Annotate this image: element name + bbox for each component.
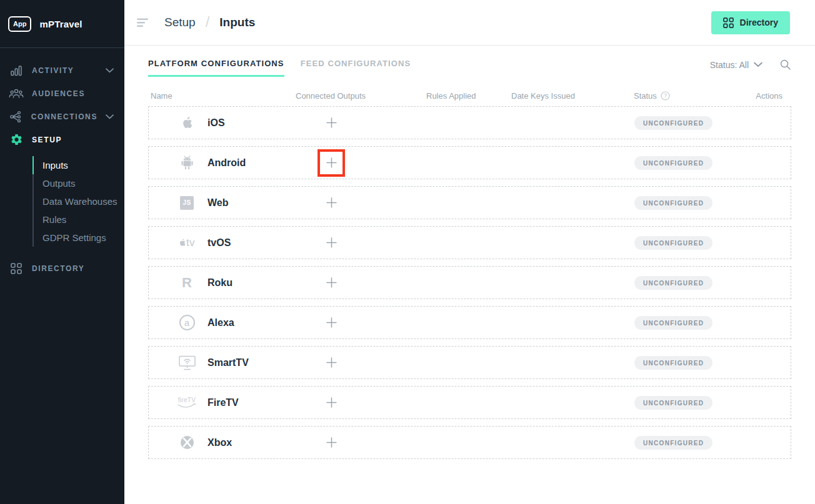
alexa-icon: a: [176, 315, 198, 330]
table-row-tvos[interactable]: tv tvOS UNCONFIGURED: [148, 226, 791, 259]
add-output-button[interactable]: [318, 309, 345, 337]
help-circle-icon[interactable]: ?: [661, 91, 670, 101]
status-badge: UNCONFIGURED: [634, 276, 712, 290]
sidebar-item-directory[interactable]: DIRECTORY: [0, 257, 124, 280]
sidebar-item-activity[interactable]: ACTIVITY: [0, 59, 124, 82]
table-row-ios[interactable]: iOS UNCONFIGURED: [148, 106, 791, 139]
table-row-android[interactable]: Android UNCONFIGURED: [148, 146, 791, 179]
search-icon[interactable]: [779, 59, 791, 71]
sidebar-item-connections[interactable]: CONNECTIONS: [0, 105, 124, 128]
tvos-icon: tv: [176, 237, 198, 249]
platform-name: Roku: [208, 277, 232, 289]
connections-icon: [9, 111, 23, 123]
sidebar-item-label: AUDIENCES: [32, 89, 85, 98]
status-badge: UNCONFIGURED: [634, 236, 712, 250]
table-row-smarttv[interactable]: SmartTV UNCONFIGURED: [148, 346, 791, 379]
breadcrumb: Setup / Inputs: [164, 14, 255, 31]
sidebar-item-rules[interactable]: Rules: [34, 210, 124, 229]
platform-name: iOS: [208, 117, 225, 129]
column-header-status-label: Status: [634, 91, 657, 101]
app-logo-badge: App: [8, 16, 31, 32]
status-badge: UNCONFIGURED: [634, 396, 712, 410]
sidebar-item-label: CONNECTIONS: [31, 112, 98, 121]
directory-button-label: Directory: [740, 17, 778, 27]
column-header-date-keys-issued: Date Keys Issued: [511, 91, 634, 101]
column-header-name: Name: [148, 91, 296, 101]
status-badge: UNCONFIGURED: [634, 196, 712, 210]
column-header-rules-applied: Rules Applied: [426, 91, 511, 101]
js-icon: JS: [176, 196, 198, 210]
platform-name: Xbox: [208, 437, 232, 448]
sidebar-item-label: ACTIVITY: [32, 66, 74, 75]
firetv-icon: fireTV: [176, 397, 198, 408]
table-row-firetv[interactable]: fireTV FireTV UNCONFIGURED: [148, 386, 791, 419]
column-header-status: Status ?: [634, 91, 744, 101]
sidebar-item-gdpr-settings[interactable]: GDPR Settings: [34, 229, 124, 247]
table-row-alexa[interactable]: a Alexa UNCONFIGURED: [148, 306, 791, 339]
table-row-roku[interactable]: R Roku UNCONFIGURED: [148, 266, 791, 299]
sidebar-item-label: DIRECTORY: [32, 264, 84, 273]
add-output-button[interactable]: [318, 229, 345, 257]
add-output-button[interactable]: [318, 349, 345, 377]
apple-icon: [176, 116, 198, 129]
breadcrumb-setup[interactable]: Setup: [164, 16, 196, 29]
column-header-actions: Actions: [744, 91, 791, 101]
table-header: Name Connected Outputs Rules Applied Dat…: [148, 85, 791, 106]
status-badge: UNCONFIGURED: [634, 116, 712, 130]
tabs-row: PLATFORM CONFIGURATIONS FEED CONFIGURATI…: [148, 59, 791, 77]
svg-text:?: ?: [664, 92, 667, 99]
sidebar-item-outputs[interactable]: Outputs: [34, 174, 124, 192]
app-name: mPTravel: [39, 19, 82, 29]
status-badge: UNCONFIGURED: [634, 316, 712, 330]
chevron-down-icon: [754, 62, 762, 67]
status-badge: UNCONFIGURED: [634, 436, 712, 450]
sidebar-item-data-warehouses[interactable]: Data Warehouses: [34, 192, 124, 210]
filters: Status: All: [710, 59, 791, 71]
directory-button[interactable]: Directory: [711, 11, 790, 34]
status-badge: UNCONFIGURED: [634, 356, 712, 370]
add-output-button[interactable]: [318, 189, 345, 217]
status-filter-label: Status: All: [710, 60, 749, 70]
add-output-button[interactable]: [318, 269, 345, 297]
gear-icon: [9, 133, 24, 146]
xbox-icon: [176, 435, 198, 450]
add-output-button[interactable]: [318, 429, 345, 457]
sidebar-item-inputs[interactable]: Inputs: [34, 156, 124, 174]
status-filter-dropdown[interactable]: Status: All: [710, 60, 762, 70]
app-logo[interactable]: App mPTravel: [0, 0, 124, 48]
status-badge: UNCONFIGURED: [634, 156, 712, 170]
page-title: Inputs: [219, 16, 255, 29]
roku-icon: R: [176, 276, 198, 290]
top-bar: Setup / Inputs Directory: [124, 0, 815, 46]
chevron-down-icon: [106, 68, 114, 73]
table-row-web[interactable]: JS Web UNCONFIGURED: [148, 186, 791, 219]
platform-table-body: iOS UNCONFIGURED Android UNCONFIGURED JS…: [148, 106, 791, 459]
tab-platform-configurations[interactable]: PLATFORM CONFIGURATIONS: [148, 59, 284, 77]
setup-subnav: Inputs Outputs Data Warehouses Rules GDP…: [32, 156, 124, 247]
platform-name: FireTV: [208, 397, 239, 408]
sidebar-item-audiences[interactable]: AUDIENCES: [0, 82, 124, 105]
sidebar-nav: ACTIVITY AUDIENCES CONNECTIONS SETUP Inp…: [0, 48, 124, 280]
platform-name: Web: [208, 197, 228, 209]
platform-name: tvOS: [208, 237, 231, 249]
add-output-button[interactable]: [318, 149, 345, 177]
platform-name: Android: [208, 157, 246, 169]
smarttv-icon: [176, 355, 198, 370]
add-output-button[interactable]: [318, 109, 345, 137]
sidebar: App mPTravel ACTIVITY AUDIENCES CONNECTI…: [0, 0, 124, 504]
add-output-button[interactable]: [318, 389, 345, 417]
grid-icon: [9, 263, 24, 274]
platform-name: Alexa: [208, 317, 234, 329]
column-header-connected-outputs: Connected Outputs: [296, 91, 426, 101]
tab-feed-configurations[interactable]: FEED CONFIGURATIONS: [301, 59, 411, 75]
bar-chart-icon: [9, 64, 24, 77]
platform-name: SmartTV: [208, 357, 249, 368]
grid-icon: [723, 17, 734, 28]
breadcrumb-separator: /: [206, 13, 210, 31]
sidebar-item-setup[interactable]: SETUP: [0, 128, 124, 151]
chevron-down-icon: [106, 114, 114, 119]
android-icon: [176, 155, 198, 170]
table-row-xbox[interactable]: Xbox UNCONFIGURED: [148, 426, 791, 459]
sidebar-item-label: SETUP: [32, 136, 62, 144]
collapse-menu-icon[interactable]: [132, 15, 154, 31]
